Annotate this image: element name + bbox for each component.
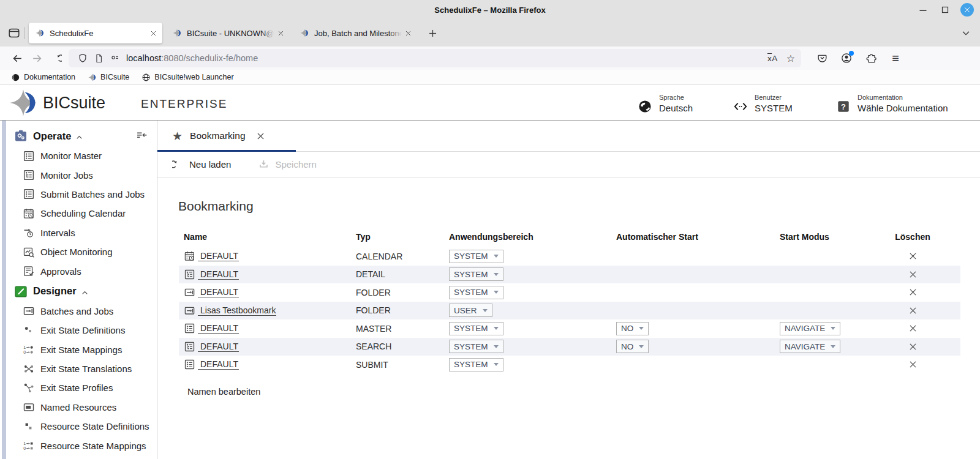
- delete-icon[interactable]: [908, 341, 918, 352]
- browser-tab-active[interactable]: SchedulixFe: [29, 23, 162, 43]
- auto-start-select[interactable]: NO: [616, 340, 649, 353]
- delete-cell: [891, 359, 934, 370]
- reload-data-button[interactable]: Neu laden: [172, 159, 231, 170]
- window-maximize-button[interactable]: [938, 3, 952, 17]
- browser-tab[interactable]: Job, Batch and Milestone D: [293, 23, 417, 43]
- documentation-selector[interactable]: Dokumentation Wähle Dokumentation: [835, 92, 948, 114]
- column-header-start-modus: Start Modus: [780, 232, 891, 242]
- delete-icon[interactable]: [908, 359, 918, 370]
- bookmark-name-link[interactable]: DEFAULT: [198, 341, 239, 352]
- bookmark-table: Name Typ Anwendungsbereich Automatischer…: [179, 229, 960, 374]
- sidebar-item[interactable]: Exit State Definitions: [0, 321, 157, 340]
- language-selector[interactable]: Sprache Deutsch: [637, 92, 693, 114]
- user-menu[interactable]: Benutzer SYSTEM: [733, 92, 793, 114]
- sidebar-item[interactable]: Resource State Definitions: [0, 417, 157, 436]
- bookmark-name-link[interactable]: DEFAULT: [198, 287, 239, 297]
- bookmark-name-link[interactable]: DEFAULT: [198, 269, 239, 280]
- bookmark-name-link[interactable]: DEFAULT: [198, 323, 239, 334]
- sidebar-item[interactable]: Submit Batches and Jobs: [0, 185, 157, 204]
- permissions-icon[interactable]: [107, 50, 123, 66]
- sidebar-item[interactable]: Exit State Profiles: [0, 378, 157, 397]
- scope-select[interactable]: SYSTEM: [449, 286, 503, 299]
- account-icon[interactable]: [837, 49, 856, 67]
- sidebar-item[interactable]: Resource State Mappings: [0, 436, 157, 455]
- typ-cell: SEARCH: [356, 341, 449, 351]
- list-icon: [23, 188, 35, 200]
- bookmark-item[interactable]: BICsuite: [83, 71, 134, 84]
- window-minimize-button[interactable]: [916, 3, 930, 17]
- translate-icon[interactable]: xA: [767, 54, 778, 63]
- window-titlebar: SchedulixFe – Mozilla Firefox: [0, 0, 980, 20]
- delete-icon[interactable]: [908, 269, 918, 280]
- tab-close-icon[interactable]: [277, 29, 285, 37]
- list-icon: [23, 150, 35, 162]
- sidebar-item[interactable]: Named Resources: [0, 398, 157, 417]
- sidebar-item-label: Intervals: [40, 228, 75, 238]
- table-row: DEFAULT DETAIL SYSTEM: [179, 266, 960, 284]
- page-info-icon[interactable]: [91, 50, 107, 66]
- menu-hamburger-icon[interactable]: ≡: [886, 49, 905, 67]
- scope-select[interactable]: USER: [449, 304, 492, 317]
- window-close-button[interactable]: [960, 3, 974, 17]
- bookmark-name-link[interactable]: DEFAULT: [198, 251, 239, 261]
- list-all-tabs-button[interactable]: [957, 24, 975, 42]
- scope-select[interactable]: SYSTEM: [449, 358, 503, 371]
- bookmark-name-link[interactable]: DEFAULT: [198, 359, 239, 370]
- scope-value: SYSTEM: [454, 360, 488, 369]
- sidebar-item[interactable]: Monitor Jobs: [0, 165, 157, 184]
- start-modus-cell: [780, 267, 891, 281]
- typ-cell: DETAIL: [356, 269, 449, 279]
- extensions-icon[interactable]: [861, 49, 881, 67]
- start-modus-select[interactable]: NAVIGATE: [780, 322, 840, 335]
- sidebar-item[interactable]: Object Monitoring: [0, 242, 157, 261]
- url-text[interactable]: localhost:8080/schedulix-fe/home: [126, 53, 767, 63]
- column-header-name: Name: [184, 232, 356, 242]
- start-modus-cell: [780, 358, 891, 371]
- scope-select[interactable]: SYSTEM: [449, 322, 503, 335]
- tab-bookmarking[interactable]: ★ Bookmarking: [157, 121, 296, 151]
- shield-icon[interactable]: [75, 50, 91, 66]
- language-label: Sprache: [659, 94, 693, 101]
- bookmark-star-icon[interactable]: ☆: [786, 53, 795, 64]
- sidebar-item[interactable]: Approvals: [0, 261, 157, 280]
- esm-icon: [23, 343, 35, 356]
- reload-button[interactable]: [47, 49, 66, 67]
- delete-icon[interactable]: [908, 287, 918, 297]
- sidebar-item[interactable]: Exit State Mappings: [0, 340, 157, 359]
- save-button[interactable]: Speichern: [258, 159, 317, 170]
- sidebar-item[interactable]: Exit State Translations: [0, 359, 157, 378]
- collapse-sidebar-icon[interactable]: [135, 130, 148, 143]
- scope-select[interactable]: SYSTEM: [449, 250, 503, 263]
- tab-close-icon[interactable]: [404, 29, 412, 37]
- bookmark-name-link[interactable]: Lisas Testbookmark: [198, 305, 276, 316]
- sidebar-item-label: Monitor Jobs: [40, 170, 93, 181]
- sidebar-item[interactable]: Monitor Master: [0, 146, 157, 165]
- scope-value: SYSTEM: [454, 252, 488, 261]
- start-modus-select[interactable]: NAVIGATE: [780, 340, 840, 353]
- bookmark-item[interactable]: Dokumentation: [6, 71, 80, 84]
- sidebar-item[interactable]: Scheduling Calendar: [0, 204, 157, 223]
- sidebar-section-operate[interactable]: Operate: [0, 125, 157, 146]
- auto-start-select[interactable]: NO: [616, 322, 649, 335]
- scope-cell: SYSTEM: [449, 267, 616, 281]
- url-bar[interactable]: localhost:8080/schedulix-fe/home xA ☆: [69, 49, 801, 67]
- firefox-view-button[interactable]: [5, 24, 23, 42]
- sidebar-item[interactable]: Intervals: [0, 223, 157, 242]
- sidebar-item-label: Exit State Translations: [40, 364, 132, 374]
- forward-button[interactable]: [27, 49, 47, 67]
- sidebar-item[interactable]: Batches and Jobs: [0, 302, 157, 321]
- new-tab-button[interactable]: [423, 24, 442, 42]
- scope-select[interactable]: SYSTEM: [449, 340, 503, 353]
- browser-tab[interactable]: BICsuite - UNKNOWN@loca: [166, 23, 290, 43]
- bookmark-item[interactable]: BICsuite!web Launcher: [137, 71, 238, 84]
- tab-close-icon[interactable]: [255, 131, 266, 141]
- back-button[interactable]: [7, 49, 27, 67]
- delete-icon[interactable]: [908, 251, 918, 261]
- tab-close-icon[interactable]: [149, 29, 157, 37]
- pocket-icon[interactable]: [812, 49, 832, 67]
- delete-icon[interactable]: [908, 305, 918, 316]
- sidebar-section-designer[interactable]: Designer: [0, 281, 157, 302]
- edit-names-link[interactable]: Namen bearbeiten: [187, 387, 980, 397]
- delete-icon[interactable]: [908, 323, 918, 334]
- scope-select[interactable]: SYSTEM: [449, 267, 503, 281]
